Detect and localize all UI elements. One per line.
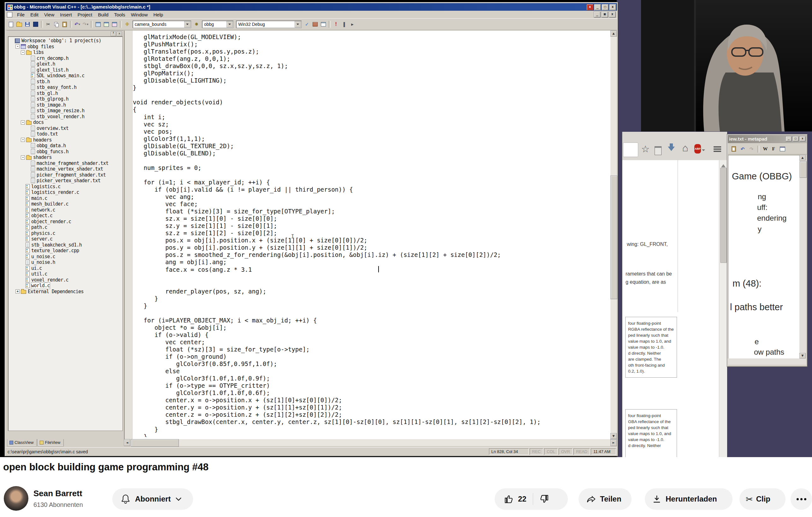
minimize-button[interactable]: _	[594, 4, 601, 10]
tree-item[interactable]: stb_glprog.h	[8, 96, 122, 102]
scroll-left-icon[interactable]: ◄	[124, 439, 130, 446]
menu-edit[interactable]: Edit	[27, 12, 41, 17]
tree-item[interactable]: path.c	[8, 224, 122, 231]
tree-item[interactable]: picker_vertex_shader.txt	[8, 178, 122, 184]
tree-item[interactable]: logistics_render.c	[8, 189, 122, 195]
undo-icon[interactable]	[73, 21, 81, 28]
tree-item[interactable]: network.c	[8, 207, 122, 213]
metapad-f-icon[interactable]: F	[770, 145, 778, 153]
tree-item[interactable]: texture_loader.cpp	[8, 248, 122, 254]
editor-vertical-scrollbar[interactable]: ▲ ▼	[610, 31, 617, 439]
home-icon[interactable]	[680, 143, 691, 155]
code-editor[interactable]: glMatrixMode(GL_MODELVIEW); glPushMatrix…	[124, 31, 611, 439]
subscribed-button[interactable]: Abonniert	[112, 488, 193, 510]
cut-icon[interactable]	[44, 21, 52, 28]
tree-item[interactable]: server.c	[8, 236, 122, 242]
metapad-maximize-button[interactable]: □	[792, 136, 799, 142]
share-button[interactable]: Teilen	[579, 488, 632, 510]
tree-item[interactable]: util.c	[8, 271, 122, 277]
tree-expander-icon[interactable]: -	[21, 155, 25, 159]
menu-view[interactable]: View	[41, 12, 57, 17]
channel-name[interactable]: Sean Barrett	[33, 489, 82, 498]
clip-button[interactable]: Clip	[740, 488, 785, 510]
download-button[interactable]: Herunterladen	[645, 488, 732, 510]
metapad-titlebar[interactable]: iew.txt - metapad _ □ x	[728, 135, 807, 143]
menu-build[interactable]: Build	[95, 12, 111, 17]
tree-item[interactable]: stb.h	[8, 79, 122, 85]
workspace-pane-grip[interactable]: ╹ x	[7, 31, 123, 36]
browser-scroll-thumb[interactable]	[720, 168, 727, 263]
tree-item[interactable]: stb_voxel_render.h	[8, 114, 122, 120]
metapad-scroll-down-icon[interactable]: ▼	[800, 353, 806, 359]
new-file-icon[interactable]	[7, 21, 15, 28]
browser-scroll-up-icon[interactable]	[721, 162, 726, 168]
build-icon[interactable]	[311, 21, 319, 28]
horizontal-scroll-thumb[interactable]	[131, 439, 179, 447]
editor-horizontal-scrollbar[interactable]: ◄ ►	[124, 439, 617, 446]
tree-item[interactable]: -obbg files	[8, 44, 122, 50]
stop-build-icon[interactable]	[319, 21, 327, 28]
tree-expander-icon[interactable]: -	[16, 44, 20, 49]
video-player[interactable]: obbg - Microsoft Visual C++ - [c:\...\ga…	[0, 0, 812, 457]
save-icon[interactable]	[23, 21, 32, 28]
close-button[interactable]: x	[609, 4, 616, 10]
metapad-scroll-thumb[interactable]	[800, 161, 807, 178]
metapad-settings-icon[interactable]	[778, 145, 786, 153]
tree-item[interactable]: picker_fragment_shader.txt	[8, 172, 122, 178]
tree-item[interactable]: obbg_funcs.h	[8, 149, 122, 155]
workspace-view-icon[interactable]	[94, 21, 102, 28]
menu-project[interactable]: Project	[75, 12, 95, 17]
scroll-up-icon[interactable]: ▲	[610, 31, 617, 37]
menu-tools[interactable]: Tools	[111, 12, 128, 17]
tab-classview[interactable]: ClassView	[7, 439, 37, 446]
tab-fileview[interactable]: FileView	[37, 439, 64, 446]
bookmarks-list-icon[interactable]	[653, 144, 663, 157]
address-bar[interactable]	[623, 143, 638, 157]
tree-item[interactable]: u_noise.h	[8, 260, 122, 266]
tree-item[interactable]: +External Dependencies	[8, 289, 122, 295]
tree-item[interactable]: -shaders	[8, 154, 122, 160]
find-combo-dropdown-icon[interactable]	[184, 21, 191, 27]
tree-item[interactable]: mesh_builder.c	[8, 201, 122, 207]
mdi-document-icon[interactable]	[7, 12, 12, 17]
pane-close-icon[interactable]: x	[117, 32, 122, 36]
tree-item[interactable]: stb_easy_font.h	[8, 85, 122, 90]
tree-item[interactable]: Workspace 'obbg': 1 project(s)	[8, 38, 122, 44]
mdi-restore-button[interactable]: ▣	[601, 11, 608, 18]
more-actions-button[interactable]	[790, 488, 812, 510]
open-file-icon[interactable]	[15, 21, 23, 28]
dislike-button[interactable]	[540, 494, 550, 505]
go-icon[interactable]	[348, 21, 356, 28]
tree-item[interactable]: stb_image.h	[8, 102, 122, 108]
tree-item[interactable]: stb_image_resize.h	[8, 108, 122, 114]
tree-item[interactable]: main.c	[8, 195, 122, 202]
config-combo-dropdown-icon[interactable]	[295, 21, 301, 27]
tree-item[interactable]: glext_list.h	[8, 67, 122, 73]
scroll-right-icon[interactable]: ►	[610, 439, 617, 446]
metapad-minimize-button[interactable]: _	[785, 136, 792, 142]
tree-expander-icon[interactable]: -	[21, 120, 25, 124]
pin-icon[interactable]	[193, 21, 201, 28]
project-combo-dropdown-icon[interactable]	[227, 21, 233, 27]
tree-item[interactable]: machine_fragment_shader.txt	[8, 160, 122, 166]
search-symbol-icon[interactable]	[123, 21, 131, 28]
config-combo[interactable]: Win32 Debug	[236, 21, 301, 28]
tree-item[interactable]: obbg_data.h	[8, 143, 122, 149]
menu-insert[interactable]: Insert	[57, 12, 75, 17]
redo-icon[interactable]	[81, 21, 90, 28]
metapad-document[interactable]: Game (OBBG)nguff:enderingym (48):l paths…	[728, 155, 800, 359]
tree-item[interactable]: glext.h	[8, 61, 122, 67]
save-all-icon[interactable]	[32, 21, 40, 28]
tree-item[interactable]: physics.c	[8, 231, 122, 237]
bookmark-star-icon[interactable]	[640, 143, 651, 155]
record-close-icon[interactable]: x	[586, 4, 593, 10]
find-combo[interactable]: camera_bounds	[133, 21, 191, 28]
workspace-tree[interactable]: Workspace 'obbg': 1 project(s)-obbg file…	[8, 36, 123, 431]
metapad-close-button[interactable]: x	[800, 136, 806, 142]
tree-item[interactable]: stb_gl.h	[8, 90, 122, 96]
like-button[interactable]: 22	[495, 494, 526, 505]
copy-icon[interactable]	[52, 21, 61, 28]
adblock-icon[interactable]: ABP	[694, 143, 705, 155]
vcpp-titlebar[interactable]: obbg - Microsoft Visual C++ - [c:\...\ga…	[6, 3, 617, 11]
tree-item[interactable]: object_render.c	[8, 219, 122, 225]
